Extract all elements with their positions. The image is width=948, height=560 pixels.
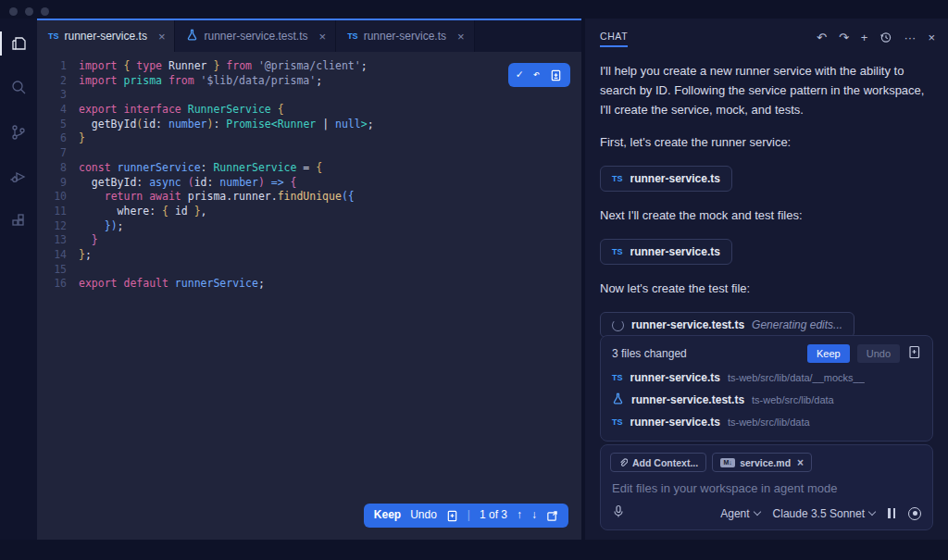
editor-tab-2[interactable]: TSrunner-service.ts× xyxy=(336,20,474,52)
chat-panel-header: CHAT ↶ ↷ + ··· × xyxy=(585,19,948,54)
title-bar[interactable] xyxy=(0,0,948,19)
search-icon[interactable] xyxy=(0,72,37,104)
chat-messages: I'll help you create a new runner servic… xyxy=(585,54,948,352)
typescript-icon: TS xyxy=(612,373,623,382)
markdown-icon: M↓ xyxy=(720,458,735,467)
tab-label: runner-service.test.ts xyxy=(204,30,307,43)
paperclip-icon xyxy=(618,458,628,467)
file-diff-icon[interactable] xyxy=(550,69,562,81)
code-line: 3 xyxy=(37,88,581,103)
code-line: 15 xyxy=(37,263,581,278)
file-name: runner-service.ts xyxy=(630,172,720,185)
line-number: 5 xyxy=(37,118,67,132)
editor-group: TSrunner-service.ts×runner-service.test.… xyxy=(37,19,581,540)
model-selector[interactable]: Claude 3.5 Sonnet xyxy=(773,507,875,520)
changed-file-row[interactable]: TSrunner-service.tsts-web/src/lib/data xyxy=(612,411,921,433)
divider: | xyxy=(468,508,470,523)
chat-message-text: Now let's create the test file: xyxy=(600,279,931,298)
undo-icon[interactable]: ↶ xyxy=(817,31,827,44)
inline-edit-toolbar: ✓ ↶ xyxy=(508,63,570,87)
window-maximize-button[interactable] xyxy=(41,7,49,16)
history-icon[interactable] xyxy=(879,31,892,44)
line-number: 6 xyxy=(37,131,67,146)
file-name: runner-service.ts xyxy=(630,245,720,258)
code-line: 14}; xyxy=(37,248,581,263)
test-beaker-icon xyxy=(186,29,198,44)
editor-tab-1[interactable]: runner-service.test.ts× xyxy=(175,20,336,52)
redo-icon[interactable]: ↷ xyxy=(839,31,849,44)
close-icon[interactable]: × xyxy=(319,30,327,44)
undo-change-icon[interactable]: ↶ xyxy=(533,68,540,82)
line-number: 14 xyxy=(37,248,67,263)
close-icon[interactable]: × xyxy=(158,30,166,44)
changed-file-row[interactable]: TSrunner-service.tsts-web/src/lib/data/_… xyxy=(612,367,921,389)
code-line: 11 where: { id }, xyxy=(37,205,581,219)
stop-button[interactable] xyxy=(908,507,921,520)
file-chip[interactable]: TSrunner-service.ts xyxy=(600,166,732,192)
explorer-icon[interactable] xyxy=(0,28,37,59)
chat-input[interactable]: Edit files in your workspace in agent mo… xyxy=(610,472,923,503)
file-name: runner-service.test.ts xyxy=(631,318,744,331)
remove-context-icon[interactable]: × xyxy=(797,456,804,469)
chevron-down-icon xyxy=(868,508,876,516)
code-line: 7 xyxy=(37,146,581,161)
window-minimize-button[interactable] xyxy=(25,7,33,16)
code-line: 10 return await prisma.runner.findUnique… xyxy=(37,190,581,205)
close-icon[interactable]: × xyxy=(457,30,465,44)
code-line: 12 }); xyxy=(37,219,581,234)
app-window: TSrunner-service.ts×runner-service.test.… xyxy=(0,0,948,560)
code-line: 16export default runnerService; xyxy=(37,277,581,292)
file-chip-generating[interactable]: runner-service.test.tsGenerating edits..… xyxy=(600,312,854,338)
code-editor[interactable]: 1import { type Runner } from '@prisma/cl… xyxy=(37,52,581,540)
next-change-icon[interactable]: ↓ xyxy=(531,508,537,523)
editor-tab-0[interactable]: TSrunner-service.ts× xyxy=(37,20,175,52)
line-number: 9 xyxy=(37,176,67,191)
mode-selector[interactable]: Agent xyxy=(720,507,759,520)
previous-change-icon[interactable]: ↑ xyxy=(517,508,522,523)
line-number: 13 xyxy=(37,233,67,248)
chat-input-card[interactable]: Add Context... M↓ service.md × Edit file… xyxy=(600,444,933,530)
file-path: ts-web/src/lib/data/__mocks__ xyxy=(728,372,865,383)
undo-all-button[interactable]: Undo xyxy=(857,344,900,363)
changed-files-list: TSrunner-service.tsts-web/src/lib/data/_… xyxy=(612,367,921,433)
run-debug-icon[interactable] xyxy=(0,161,37,193)
line-number: 7 xyxy=(37,146,67,161)
tab-chat[interactable]: CHAT xyxy=(600,31,628,47)
context-chip-service-md[interactable]: M↓ service.md × xyxy=(712,453,812,472)
loading-spinner-icon xyxy=(612,319,624,331)
close-icon[interactable]: × xyxy=(928,31,935,44)
changed-file-row[interactable]: runner-service.test.tsts-web/src/lib/dat… xyxy=(612,389,921,411)
undo-button[interactable]: Undo xyxy=(410,508,437,523)
file-name: runner-service.ts xyxy=(630,416,720,429)
accept-change-icon[interactable]: ✓ xyxy=(517,68,523,82)
activity-bar xyxy=(0,19,37,540)
add-context-button[interactable]: Add Context... xyxy=(610,453,706,472)
keep-all-button[interactable]: Keep xyxy=(807,344,850,363)
new-chat-icon[interactable]: + xyxy=(861,31,868,44)
line-number: 15 xyxy=(37,263,67,278)
code-line: 5 getById(id: number): Promise<Runner | … xyxy=(37,118,581,132)
line-number: 16 xyxy=(37,277,67,292)
chevron-down-icon xyxy=(753,508,760,516)
file-diff-icon[interactable] xyxy=(446,510,458,522)
window-close-button[interactable] xyxy=(9,7,18,16)
keep-button[interactable]: Keep xyxy=(374,508,401,523)
changed-files-card: 3 files changed Keep Undo TSrunner-servi… xyxy=(600,335,933,442)
file-name: runner-service.ts xyxy=(630,371,720,384)
line-number: 1 xyxy=(37,59,67,74)
more-icon[interactable]: ··· xyxy=(904,31,916,44)
microphone-icon[interactable] xyxy=(612,504,625,522)
file-name: runner-service.test.ts xyxy=(631,393,744,406)
typescript-icon: TS xyxy=(612,417,623,427)
extensions-icon[interactable] xyxy=(0,205,37,237)
pause-button[interactable] xyxy=(888,508,895,518)
open-changes-icon[interactable] xyxy=(546,510,558,522)
view-changes-icon[interactable] xyxy=(907,345,921,363)
line-number: 10 xyxy=(37,190,67,205)
file-chip[interactable]: TSrunner-service.ts xyxy=(600,239,732,265)
code-line: 2import prisma from '$lib/data/prisma'; xyxy=(37,74,581,89)
source-control-icon[interactable] xyxy=(0,117,37,148)
chat-panel: CHAT ↶ ↷ + ··· × I'll help you create a … xyxy=(585,19,948,540)
file-path: ts-web/src/lib/data xyxy=(752,394,834,405)
code-line: 8const runnerService: RunnerService = { xyxy=(37,161,581,176)
